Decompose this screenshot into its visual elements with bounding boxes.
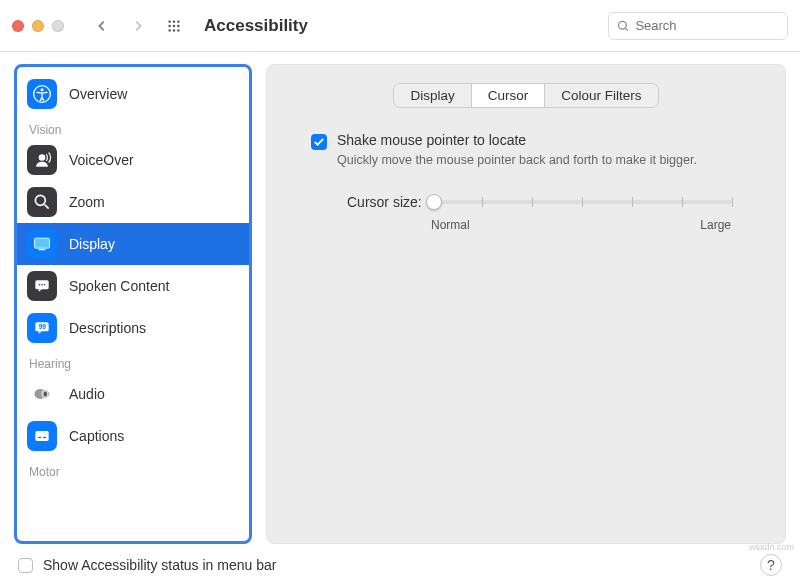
- tab-cursor[interactable]: Cursor: [472, 84, 546, 107]
- cursor-size-min-label: Normal: [431, 218, 470, 232]
- svg-point-5: [177, 24, 179, 26]
- display-icon: [27, 229, 57, 259]
- tab-colour-filters[interactable]: Colour Filters: [545, 84, 657, 107]
- sidebar-item-label: Captions: [69, 428, 124, 444]
- sidebar-item-zoom[interactable]: Zoom: [17, 181, 249, 223]
- captions-icon: [27, 421, 57, 451]
- svg-rect-27: [43, 437, 46, 438]
- svg-point-2: [177, 20, 179, 22]
- spoken-content-icon: [27, 271, 57, 301]
- minimize-window-button[interactable]: [32, 20, 44, 32]
- sidebar-item-display[interactable]: Display: [17, 223, 249, 265]
- show-all-button[interactable]: [160, 12, 188, 40]
- tab-bar: Display Cursor Colour Filters: [291, 83, 761, 108]
- back-button[interactable]: [88, 12, 116, 40]
- search-input[interactable]: [635, 18, 779, 33]
- forward-button[interactable]: [124, 12, 152, 40]
- cursor-size-range-labels: Normal Large: [431, 218, 731, 232]
- descriptions-icon: 99: [27, 313, 57, 343]
- audio-icon: [27, 379, 57, 409]
- sidebar-item-spoken-content[interactable]: Spoken Content: [17, 265, 249, 307]
- cursor-size-slider[interactable]: [432, 190, 732, 214]
- svg-point-1: [173, 20, 175, 22]
- svg-rect-26: [38, 437, 41, 438]
- svg-point-0: [168, 20, 170, 22]
- sidebar-item-audio[interactable]: Audio: [17, 373, 249, 415]
- svg-point-24: [44, 392, 47, 397]
- voiceover-icon: [27, 145, 57, 175]
- sidebar-item-label: Audio: [69, 386, 105, 402]
- help-button[interactable]: ?: [760, 554, 782, 576]
- sidebar-item-overview[interactable]: Overview: [17, 73, 249, 115]
- slider-knob[interactable]: [426, 194, 442, 210]
- sidebar-category-vision: Vision: [17, 115, 249, 139]
- svg-rect-15: [39, 249, 46, 250]
- svg-point-11: [41, 88, 44, 91]
- shake-pointer-label: Shake mouse pointer to locate: [337, 132, 697, 148]
- search-icon: [617, 19, 629, 33]
- sidebar-item-captions[interactable]: Captions: [17, 415, 249, 457]
- shake-pointer-checkbox[interactable]: [311, 134, 327, 150]
- svg-rect-14: [35, 238, 50, 248]
- sidebar-category-motor: Motor: [17, 457, 249, 481]
- shake-pointer-description: Quickly move the mouse pointer back and …: [337, 152, 697, 170]
- svg-point-8: [177, 29, 179, 31]
- svg-point-13: [35, 195, 45, 205]
- show-status-label: Show Accessibility status in menu bar: [43, 557, 750, 573]
- titlebar: Accessibility: [0, 0, 800, 52]
- sidebar: Overview Vision VoiceOver Zoom Display: [14, 64, 252, 544]
- search-field[interactable]: [608, 12, 788, 40]
- sidebar-item-label: Spoken Content: [69, 278, 169, 294]
- zoom-icon: [27, 187, 57, 217]
- zoom-window-button[interactable]: [52, 20, 64, 32]
- sidebar-item-label: Zoom: [69, 194, 105, 210]
- cursor-size-label: Cursor size:: [347, 194, 422, 210]
- svg-point-9: [619, 21, 627, 29]
- svg-point-19: [44, 284, 46, 286]
- tab-display[interactable]: Display: [394, 84, 471, 107]
- close-window-button[interactable]: [12, 20, 24, 32]
- page-title: Accessibility: [204, 16, 308, 36]
- svg-point-18: [41, 284, 43, 286]
- sidebar-item-label: VoiceOver: [69, 152, 134, 168]
- sidebar-item-label: Display: [69, 236, 115, 252]
- cursor-size-row: Cursor size:: [347, 190, 761, 214]
- shake-pointer-row: Shake mouse pointer to locate Quickly mo…: [311, 132, 761, 170]
- check-icon: [313, 136, 325, 148]
- sidebar-category-hearing: Hearing: [17, 349, 249, 373]
- watermark: wsxdn.com: [749, 542, 794, 552]
- sidebar-item-voiceover[interactable]: VoiceOver: [17, 139, 249, 181]
- window-controls: [12, 20, 64, 32]
- sidebar-item-label: Descriptions: [69, 320, 146, 336]
- svg-rect-25: [35, 431, 48, 441]
- footer: Show Accessibility status in menu bar ?: [0, 544, 800, 586]
- show-status-checkbox[interactable]: [18, 558, 33, 573]
- sidebar-item-label: Overview: [69, 86, 127, 102]
- accessibility-icon: [27, 79, 57, 109]
- svg-point-12: [39, 154, 46, 161]
- svg-point-7: [173, 29, 175, 31]
- sidebar-item-descriptions[interactable]: 99 Descriptions: [17, 307, 249, 349]
- svg-point-17: [39, 284, 41, 286]
- svg-point-4: [173, 24, 175, 26]
- main-panel: Display Cursor Colour Filters Shake mous…: [266, 64, 786, 544]
- svg-text:99: 99: [39, 323, 47, 330]
- cursor-size-max-label: Large: [700, 218, 731, 232]
- svg-point-6: [168, 29, 170, 31]
- svg-point-3: [168, 24, 170, 26]
